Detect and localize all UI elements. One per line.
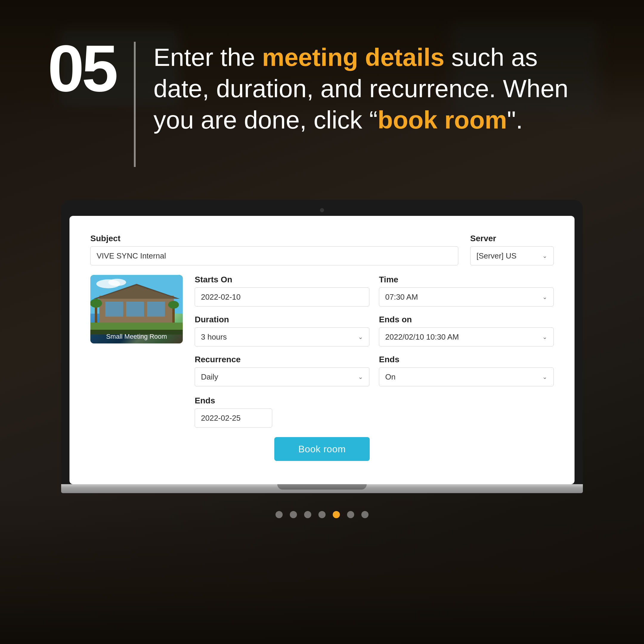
pagination-dot-1[interactable] <box>275 511 283 518</box>
time-group: Time 07:30 AM ⌄ <box>379 275 554 306</box>
duration-select[interactable]: 3 hours ⌄ <box>195 327 369 346</box>
pagination-dot-4[interactable] <box>318 511 326 518</box>
duration-label: Duration <box>195 315 369 324</box>
book-room-button[interactable]: Book room <box>274 437 369 461</box>
room-label: Small Meeting Room <box>90 330 183 343</box>
recurrence-label: Recurrence <box>195 355 369 364</box>
server-chevron-icon: ⌄ <box>542 252 547 259</box>
starts-on-label: Starts On <box>195 275 369 284</box>
ends-date-label: Ends <box>195 396 272 405</box>
server-group: Server [Server] US ⌄ <box>470 234 554 265</box>
header-text: Enter the meeting details such as date, … <box>154 42 596 136</box>
time-value: 07:30 AM <box>385 292 418 302</box>
ends-on-chevron-icon: ⌄ <box>542 333 547 340</box>
laptop: Subject VIVE SYNC Internal Server [Serve… <box>61 200 583 493</box>
ends-date-group: Ends 2022-02-25 <box>195 396 272 428</box>
header-section: 05 Enter the meeting details such as dat… <box>0 0 644 191</box>
ends-on-label: Ends on <box>379 315 554 324</box>
laptop-stand <box>277 484 367 490</box>
subject-input[interactable]: VIVE SYNC Internal <box>90 246 458 265</box>
book-btn-row: Book room <box>90 437 554 461</box>
ends-select[interactable]: On ⌄ <box>379 367 554 386</box>
divider <box>134 42 136 167</box>
ends-group: Ends On ⌄ <box>379 355 554 386</box>
time-chevron-icon: ⌄ <box>542 293 547 301</box>
ends-label: Ends <box>379 355 554 364</box>
duration-value: 3 hours <box>201 332 227 342</box>
duration-chevron-icon: ⌄ <box>358 333 363 340</box>
subject-group: Subject VIVE SYNC Internal <box>90 234 458 265</box>
starts-time-row: Starts On 2022-02-10 Time 07:30 AM ⌄ <box>195 275 554 306</box>
text-before: Enter the <box>154 43 262 71</box>
ends-value: On <box>385 372 396 382</box>
ends-chevron-icon: ⌄ <box>542 373 547 380</box>
recurrence-ends-row: Recurrence Daily ⌄ Ends On <box>195 355 554 386</box>
starts-on-group: Starts On 2022-02-10 <box>195 275 369 306</box>
laptop-base <box>61 484 583 493</box>
pagination-dot-6[interactable] <box>347 511 354 518</box>
form-container: Subject VIVE SYNC Internal Server [Serve… <box>90 234 554 461</box>
laptop-screen: Subject VIVE SYNC Internal Server [Serve… <box>69 216 575 484</box>
pagination-dot-2[interactable] <box>290 511 297 518</box>
time-select[interactable]: 07:30 AM ⌄ <box>379 287 554 306</box>
room-scene-svg <box>90 275 183 335</box>
svg-rect-6 <box>105 302 123 317</box>
pagination-dot-3[interactable] <box>304 511 311 518</box>
highlight-meeting-details: meeting details <box>262 43 445 71</box>
ends-date-section: Ends 2022-02-25 <box>90 396 554 428</box>
time-label: Time <box>379 275 554 284</box>
subject-label: Subject <box>90 234 458 243</box>
subject-server-row: Subject VIVE SYNC Internal Server [Serve… <box>90 234 554 265</box>
room-image-container: Small Meeting Room <box>90 275 183 343</box>
server-select[interactable]: [Server] US ⌄ <box>470 246 554 265</box>
recurrence-chevron-icon: ⌄ <box>358 373 363 380</box>
laptop-body: Subject VIVE SYNC Internal Server [Serve… <box>61 200 583 484</box>
server-label: Server <box>470 234 554 243</box>
recurrence-select[interactable]: Daily ⌄ <box>195 367 369 386</box>
svg-point-11 <box>90 299 102 308</box>
svg-rect-12 <box>172 306 175 323</box>
duration-endson-row: Duration 3 hours ⌄ Ends on 2022 <box>195 315 554 346</box>
ends-on-select[interactable]: 2022/02/10 10:30 AM ⌄ <box>379 327 554 346</box>
room-and-fields-section: Small Meeting Room Starts On 2022-02-10 <box>90 275 554 386</box>
recurrence-value: Daily <box>201 372 218 382</box>
server-value: [Server] US <box>476 251 516 261</box>
starts-on-input[interactable]: 2022-02-10 <box>195 287 369 306</box>
highlight-book-room: book room <box>377 106 507 134</box>
svg-rect-7 <box>126 302 144 317</box>
pagination <box>275 511 369 518</box>
pagination-dot-5-active[interactable] <box>333 511 340 518</box>
pagination-dot-7[interactable] <box>361 511 369 518</box>
page: 05 Enter the meeting details such as dat… <box>0 0 644 644</box>
right-fields: Starts On 2022-02-10 Time 07:30 AM ⌄ <box>195 275 554 386</box>
ends-on-group: Ends on 2022/02/10 10:30 AM ⌄ <box>379 315 554 346</box>
step-number: 05 <box>48 36 116 101</box>
recurrence-group: Recurrence Daily ⌄ <box>195 355 369 386</box>
duration-group: Duration 3 hours ⌄ <box>195 315 369 346</box>
svg-point-13 <box>168 301 179 309</box>
svg-point-2 <box>108 279 126 286</box>
ends-on-value: 2022/02/10 10:30 AM <box>385 332 459 342</box>
ends-date-input[interactable]: 2022-02-25 <box>195 408 272 428</box>
laptop-camera <box>320 208 324 212</box>
text-after: ". <box>507 106 523 134</box>
svg-rect-8 <box>147 302 165 317</box>
